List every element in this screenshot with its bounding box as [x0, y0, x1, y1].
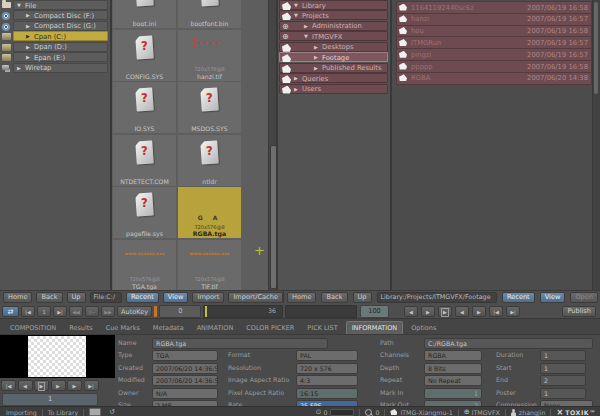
- tree-collapse-arrow-icon[interactable]: ▶: [314, 54, 318, 60]
- tree-collapse-arrow-icon[interactable]: ▶: [304, 23, 308, 29]
- next-key-icon[interactable]: ▶▶: [101, 306, 115, 317]
- file-tile[interactable]: IO.SYS: [113, 82, 176, 133]
- tree-collapse-arrow-icon[interactable]: ▶: [314, 44, 318, 50]
- play-forward-icon[interactable]: ▶: [51, 380, 66, 391]
- goto-end-icon[interactable]: ▶|: [506, 306, 520, 317]
- field-created[interactable]: 2007/06/20 14:36:56: [152, 363, 218, 374]
- recent-button[interactable]: Recent: [126, 292, 159, 303]
- tree-expand-arrow-icon[interactable]: ▼: [294, 12, 298, 18]
- file-tile[interactable]: CONFIG.SYS: [113, 30, 176, 81]
- tree-collapse-arrow-icon[interactable]: ▶: [26, 54, 30, 60]
- fs-tree-item[interactable]: ▼File: [0, 0, 110, 10]
- file-path-field[interactable]: File:C:/: [90, 292, 123, 303]
- field-path[interactable]: C:/RGBA.tga: [424, 338, 593, 349]
- view-button[interactable]: View: [540, 292, 566, 303]
- library-list-row[interactable]: hanzi2007/06/19 16:57: [396, 13, 592, 26]
- field-repeat[interactable]: No Repeat: [424, 375, 482, 386]
- goto-start-icon[interactable]: |◀: [489, 306, 503, 317]
- play-forward-icon[interactable]: ▶: [421, 306, 435, 317]
- tab-metadata[interactable]: Metadata: [148, 322, 189, 334]
- fs-tree-item[interactable]: ▶Epan (E:): [0, 52, 110, 62]
- import-cache-button[interactable]: Import/Cache: [228, 292, 283, 303]
- tab-options[interactable]: Options: [406, 322, 441, 334]
- back-button[interactable]: Back: [36, 292, 62, 303]
- field-name[interactable]: RGBA.tga: [152, 338, 328, 349]
- set-key-icon[interactable]: o−: [85, 306, 99, 317]
- library-tree-item[interactable]: ▼Library: [278, 0, 390, 10]
- tree-collapse-arrow-icon[interactable]: ▶: [294, 86, 298, 92]
- field-start[interactable]: 1: [540, 363, 586, 374]
- open-button[interactable]: Open: [570, 292, 598, 303]
- tab-color-picker[interactable]: COLOR PICKER: [241, 322, 299, 334]
- file-tile[interactable]: G A720x576@8RGBA.tga: [178, 187, 241, 238]
- current-frame-field[interactable]: 0: [159, 305, 201, 318]
- fs-tree-item[interactable]: ▶Dpan (D:): [0, 42, 110, 52]
- keyboard-icon[interactable]: [89, 408, 101, 416]
- field-owner[interactable]: N/A: [152, 388, 218, 399]
- tab-composition[interactable]: COMPOSITION: [5, 322, 61, 334]
- sync-toggle-icon[interactable]: ⇄: [2, 306, 19, 317]
- search-icon[interactable]: [365, 409, 372, 416]
- library-tree-item[interactable]: ▶Footage: [278, 52, 390, 62]
- library-tree-item[interactable]: ▶Users: [278, 84, 390, 94]
- file-tile[interactable]: MSDOS.SYS: [178, 82, 241, 133]
- fs-tree-item[interactable]: ▶Compact Disc (F:): [0, 10, 110, 20]
- library-list-row[interactable]: RGBA2007/06/20 14:38: [396, 72, 592, 85]
- library-tree-item[interactable]: ▶Published Results: [278, 63, 390, 73]
- recent-button[interactable]: Recent: [502, 292, 535, 303]
- end-frame-field[interactable]: 100: [360, 305, 389, 318]
- scrollbar-thumb[interactable]: [594, 2, 598, 94]
- step-one-icon[interactable]: 1: [37, 306, 51, 317]
- library-path-field[interactable]: Library:/Projects/ITMGVFX/Footage: [377, 292, 497, 303]
- library-list-scrollbar[interactable]: [592, 0, 600, 290]
- file-tile[interactable]: bootfont.bin: [178, 0, 241, 28]
- user-name[interactable]: zhangjin: [519, 409, 546, 416]
- tree-collapse-arrow-icon[interactable]: ▶: [17, 65, 21, 71]
- file-tile[interactable]: ▪ ▪ ▪ ▪720x576@8hanzi.tif: [178, 30, 241, 81]
- tab-animation[interactable]: ANIMATION: [192, 322, 239, 334]
- project-name[interactable]: ITMGVFX: [472, 409, 500, 416]
- field-end[interactable]: 2: [540, 375, 586, 386]
- tree-collapse-arrow-icon[interactable]: ▶: [26, 33, 30, 39]
- field-pixel-aspect-ratio[interactable]: 16:15: [296, 388, 358, 399]
- undo-icon[interactable]: ↺: [109, 408, 115, 416]
- home-button[interactable]: Home: [287, 292, 316, 303]
- goto-start-icon[interactable]: |◀: [1, 380, 16, 391]
- view-button[interactable]: View: [163, 292, 189, 303]
- tree-expand-arrow-icon[interactable]: ▼: [304, 33, 308, 39]
- loop-play-icon[interactable]: ▶: [438, 306, 452, 317]
- to-library-status[interactable]: To Library: [48, 409, 79, 416]
- play-backward-icon[interactable]: ◀: [404, 306, 418, 317]
- tab-cue-marks[interactable]: Cue Marks: [101, 322, 145, 334]
- tree-expand-arrow-icon[interactable]: ▼: [294, 2, 298, 8]
- timeline-marker[interactable]: [205, 306, 207, 317]
- tab-results[interactable]: Results: [64, 322, 97, 334]
- field-mark-in[interactable]: 1: [424, 388, 482, 399]
- step-forward-icon[interactable]: ▶: [67, 380, 82, 391]
- file-tile[interactable]: www.xxxxxx.xxx720x576@8TGA.tga: [113, 240, 176, 291]
- publish-button[interactable]: Publish: [562, 306, 596, 317]
- timeline-strip[interactable]: [285, 305, 357, 318]
- timeline-strip[interactable]: 36: [203, 305, 283, 318]
- fs-tree-item[interactable]: ▶Compact Disc (G:): [0, 21, 110, 31]
- home-button[interactable]: Home: [3, 292, 32, 303]
- field-channels[interactable]: RGBA: [424, 350, 482, 361]
- field-image-aspect-ratio[interactable]: 4:3: [296, 375, 358, 386]
- library-tree-item[interactable]: ⊕▶Administration: [278, 21, 390, 31]
- play-backward-icon[interactable]: ◀: [18, 380, 33, 391]
- loop-play-icon[interactable]: ▶: [34, 380, 49, 391]
- library-tree-item[interactable]: ▶Queries: [278, 73, 390, 83]
- step-back-icon[interactable]: ◀: [455, 306, 469, 317]
- goto-next-icon[interactable]: ▶|: [53, 306, 67, 317]
- prev-key-icon[interactable]: ◀◀: [69, 306, 83, 317]
- step-forward-icon[interactable]: ▶: [472, 306, 486, 317]
- goto-start-icon[interactable]: |◀: [21, 306, 35, 317]
- autokey-button[interactable]: AutoKey: [117, 306, 152, 317]
- desktop-name[interactable]: ITMG-Xiangmu-1: [400, 409, 452, 416]
- library-tree-item[interactable]: ⊕▼ITMGVFX: [278, 31, 390, 41]
- up-button[interactable]: Up: [353, 292, 372, 303]
- field-modified[interactable]: 2007/06/20 14:36:58: [152, 375, 218, 386]
- goto-end-icon[interactable]: ▶|: [84, 380, 99, 391]
- library-tree-item[interactable]: ▼Projects: [278, 10, 390, 20]
- library-tree-item[interactable]: ▶Desktops: [278, 42, 390, 52]
